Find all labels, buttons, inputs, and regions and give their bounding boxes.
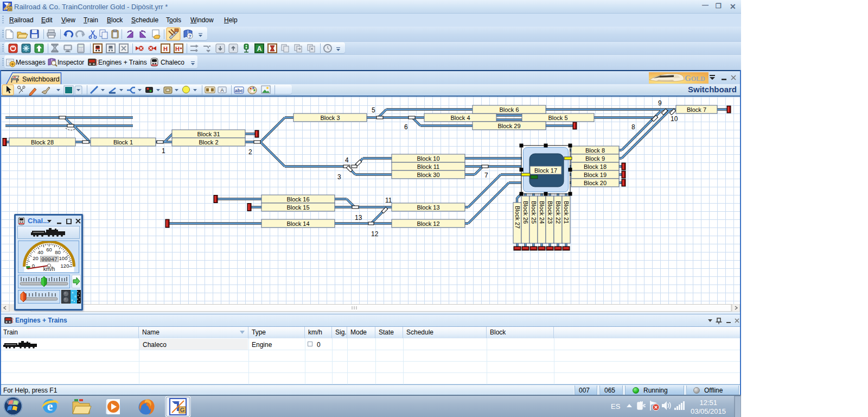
svg-text:7: 7 xyxy=(484,172,488,179)
svg-text:G: G xyxy=(180,407,185,413)
svg-text:20: 20 xyxy=(33,255,39,261)
svg-text:Block 7: Block 7 xyxy=(687,106,706,113)
svg-text:1: 1 xyxy=(162,147,165,155)
svg-text:Block 5: Block 5 xyxy=(548,115,567,121)
svg-text:Block 30: Block 30 xyxy=(417,172,439,178)
svg-text:3: 3 xyxy=(337,173,341,181)
svg-text:6: 6 xyxy=(404,123,408,131)
svg-text:9: 9 xyxy=(658,99,662,107)
svg-text:Block 31: Block 31 xyxy=(197,131,220,137)
svg-text:Block 21: Block 21 xyxy=(563,201,570,224)
svg-text:Block 6: Block 6 xyxy=(499,106,519,113)
svg-text:Block 22: Block 22 xyxy=(555,201,561,224)
svg-text:Block 23: Block 23 xyxy=(547,201,553,224)
svg-text:5: 5 xyxy=(372,106,375,114)
svg-text:abc: abc xyxy=(235,88,244,93)
svg-text:12: 12 xyxy=(371,230,379,238)
svg-text:Block 26: Block 26 xyxy=(522,201,529,224)
svg-text:Block 11: Block 11 xyxy=(417,163,439,170)
svg-text:H: H xyxy=(163,46,168,52)
svg-text:4: 4 xyxy=(345,156,349,164)
svg-text:Block 16: Block 16 xyxy=(286,196,309,203)
svg-text:120: 120 xyxy=(61,263,69,269)
svg-text:ES: ES xyxy=(611,402,621,410)
svg-text:Block 8: Block 8 xyxy=(585,147,605,154)
svg-text:Switchboard: Switchboard xyxy=(22,75,60,83)
svg-text:Block 9: Block 9 xyxy=(585,155,605,162)
svg-text:Block 24: Block 24 xyxy=(539,201,545,224)
svg-text:Block 17: Block 17 xyxy=(534,167,557,174)
svg-text:Block 13: Block 13 xyxy=(417,204,439,211)
svg-text:G: G xyxy=(8,7,11,11)
svg-text:2: 2 xyxy=(248,148,252,156)
svg-text:?: ? xyxy=(188,34,192,39)
svg-text:12:51: 12:51 xyxy=(699,399,717,407)
svg-text:GOLD: GOLD xyxy=(685,74,705,83)
svg-text:Block 28: Block 28 xyxy=(31,139,54,146)
svg-text:00047: 00047 xyxy=(41,257,58,263)
svg-text:03/05/2015: 03/05/2015 xyxy=(691,407,726,415)
svg-text:Block 29: Block 29 xyxy=(497,123,520,129)
svg-text:Block 25: Block 25 xyxy=(531,201,537,224)
svg-text:13: 13 xyxy=(355,214,362,222)
svg-text:Block 14: Block 14 xyxy=(286,220,309,227)
svg-text:8: 8 xyxy=(631,123,635,131)
svg-text:Block 2: Block 2 xyxy=(199,139,218,146)
svg-text:H: H xyxy=(175,46,180,52)
svg-text:A: A xyxy=(257,45,262,53)
svg-text:100: 100 xyxy=(59,255,68,261)
svg-text:Block 1: Block 1 xyxy=(113,139,133,146)
svg-text:10: 10 xyxy=(671,115,678,123)
svg-text:km/h: km/h xyxy=(43,266,55,272)
svg-text:Block 15: Block 15 xyxy=(286,204,309,211)
svg-text:Block 20: Block 20 xyxy=(584,180,607,186)
svg-text:Block 27: Block 27 xyxy=(514,206,521,229)
svg-text:Block 4: Block 4 xyxy=(450,115,470,121)
svg-text:Block 10: Block 10 xyxy=(417,155,439,162)
svg-text:11: 11 xyxy=(385,197,392,204)
svg-text:Block 18: Block 18 xyxy=(584,163,607,170)
svg-text:80: 80 xyxy=(55,249,61,255)
svg-text:Block 3: Block 3 xyxy=(320,115,340,121)
svg-text:A: A xyxy=(220,87,224,93)
svg-text:60: 60 xyxy=(46,247,52,252)
svg-text:Block 19: Block 19 xyxy=(584,172,607,178)
svg-text:Block 12: Block 12 xyxy=(417,220,439,227)
svg-text:40: 40 xyxy=(37,249,43,255)
